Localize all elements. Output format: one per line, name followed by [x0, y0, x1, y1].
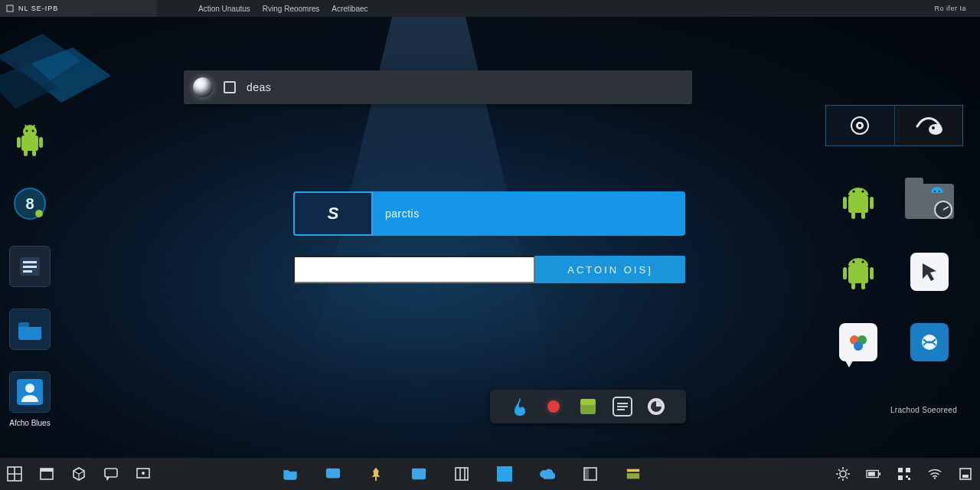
monitor-icon[interactable]: [325, 466, 341, 482]
primary-action-label: parctis: [373, 191, 685, 236]
svg-rect-61: [105, 469, 117, 477]
folder-icon[interactable]: [9, 309, 51, 350]
menu-item-2[interactable]: Acretibaec: [325, 5, 374, 13]
mouse-icon[interactable]: [895, 106, 963, 145]
box-icon[interactable]: [70, 466, 87, 482]
action-button[interactable]: ACTOIN OIS]: [535, 256, 685, 283]
user-icon[interactable]: [9, 371, 51, 413]
cloud-icon[interactable]: [539, 466, 556, 482]
svg-rect-30: [843, 197, 847, 209]
svg-point-37: [939, 191, 940, 192]
svg-point-12: [26, 130, 28, 132]
svg-rect-54: [580, 399, 596, 405]
sidebar-icon[interactable]: [582, 466, 599, 482]
stack-icon[interactable]: [625, 466, 642, 482]
tray-icon[interactable]: [957, 466, 974, 482]
grid-icon[interactable]: [6, 466, 23, 482]
square-icon[interactable]: [496, 466, 513, 482]
svg-rect-72: [627, 469, 639, 472]
left-desktop-icons: 8 Afcho Blues: [5, 120, 55, 427]
primary-action-glyph: S: [293, 191, 373, 236]
ring-icon[interactable]: [645, 396, 667, 417]
svg-rect-71: [584, 468, 589, 480]
svg-rect-80: [898, 475, 903, 480]
taskbar-mid: [282, 466, 642, 482]
battery-icon[interactable]: [865, 466, 882, 482]
menubar-right-text: Ro ifer Ia: [934, 5, 966, 12]
chat-icon[interactable]: [103, 466, 119, 482]
window-restore-icon[interactable]: [224, 81, 236, 93]
list-app-icon[interactable]: [9, 246, 51, 287]
gear-icon[interactable]: [835, 466, 851, 482]
svg-rect-65: [329, 471, 338, 475]
primary-action-row[interactable]: S parctis: [293, 191, 685, 236]
svg-rect-42: [851, 282, 855, 289]
menubar-items: Action Unautus Rving Reoomres Acretibaec: [192, 5, 374, 13]
svg-text:8: 8: [25, 195, 34, 212]
cursor-tile-icon[interactable]: [910, 253, 949, 291]
svg-rect-31: [870, 197, 874, 209]
svg-rect-8: [24, 149, 28, 156]
svg-point-34: [852, 190, 854, 192]
svg-point-74: [840, 471, 846, 477]
titlebar-text: deas: [247, 81, 271, 93]
qr-icon[interactable]: [896, 466, 913, 482]
svg-point-5: [23, 125, 37, 139]
flame-icon[interactable]: [509, 396, 531, 417]
wallpaper-polygons: [0, 26, 119, 118]
android-icon[interactable]: [9, 120, 51, 162]
svg-rect-76: [868, 472, 875, 475]
svg-rect-73: [627, 473, 639, 479]
menu-item-0[interactable]: Action Unautus: [192, 5, 256, 13]
svg-point-45: [861, 260, 864, 263]
svg-point-23: [25, 384, 34, 393]
menubar-tag-text: NL SE-IPB: [18, 5, 58, 12]
svg-rect-20: [23, 270, 32, 273]
package-icon[interactable]: [577, 396, 599, 417]
top-right-toolbar: [825, 105, 963, 146]
svg-rect-9: [32, 149, 36, 156]
svg-point-26: [858, 124, 861, 127]
panel-icon[interactable]: [410, 466, 427, 482]
svg-rect-69: [456, 468, 468, 480]
folder-open-icon[interactable]: [282, 466, 299, 482]
svg-rect-78: [898, 468, 903, 472]
desktop: deas S parctis ACTOIN OIS] 8 Afcho Blues: [0, 17, 980, 458]
svg-rect-77: [879, 472, 880, 475]
svg-rect-43: [861, 282, 865, 289]
taskbar-right: [835, 466, 974, 482]
pin-icon[interactable]: [368, 466, 384, 482]
svg-point-44: [852, 260, 854, 263]
display-icon[interactable]: [135, 466, 152, 482]
svg-rect-60: [41, 469, 53, 472]
svg-rect-19: [23, 266, 37, 268]
android-icon[interactable]: [837, 250, 880, 293]
window-icon[interactable]: [38, 466, 55, 482]
globe-tile-icon[interactable]: [910, 323, 949, 361]
chat-colors-icon[interactable]: [839, 323, 877, 361]
folder-disc-icon[interactable]: [905, 184, 954, 219]
text-field[interactable]: [293, 256, 535, 283]
center-card: S parctis ACTOIN OIS]: [293, 191, 685, 303]
titlebar[interactable]: deas: [184, 70, 692, 104]
menu-item-1[interactable]: Rving Reoomres: [256, 5, 325, 13]
svg-rect-21: [18, 322, 29, 327]
svg-rect-18: [23, 261, 37, 263]
right-desktop-icons: [828, 170, 959, 374]
wifi-icon[interactable]: [926, 466, 943, 482]
svg-point-36: [934, 191, 936, 192]
eye-icon[interactable]: [826, 106, 895, 145]
svg-rect-39: [848, 266, 868, 283]
android-icon[interactable]: [837, 180, 880, 223]
svg-rect-6: [17, 137, 21, 148]
columns-icon[interactable]: [453, 466, 470, 482]
svg-rect-85: [962, 475, 969, 478]
lines-icon[interactable]: [612, 396, 633, 417]
contacts-icon[interactable]: 8: [9, 183, 51, 224]
svg-rect-68: [413, 469, 425, 472]
record-icon[interactable]: [543, 396, 564, 417]
svg-point-83: [934, 477, 936, 479]
mini-dock: [490, 390, 686, 423]
svg-point-35: [861, 190, 864, 192]
svg-rect-40: [843, 267, 847, 279]
